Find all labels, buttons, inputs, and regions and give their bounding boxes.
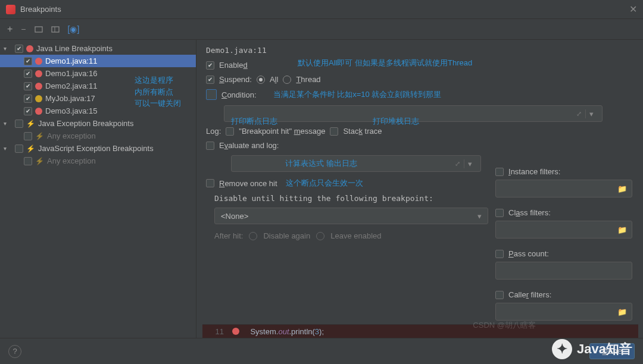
checkbox[interactable]	[24, 95, 32, 103]
checkbox[interactable]	[24, 57, 32, 65]
toolbar: + − [◉]	[0, 19, 643, 40]
chevron-down-icon[interactable]: ▾	[4, 120, 12, 127]
class-filters-label: Class filters:	[508, 208, 551, 217]
eval-input[interactable]: 计算表达式 输出日志 ⤢ ▾	[231, 155, 481, 172]
tree-label: Demo1.java:11	[45, 57, 97, 65]
pass-count-checkbox[interactable]	[495, 250, 504, 258]
caller-filters-checkbox[interactable]	[495, 291, 504, 299]
checkbox[interactable]	[24, 107, 32, 115]
breakpoint-icon	[35, 83, 42, 90]
instance-filters-input[interactable]: 📁	[495, 180, 632, 197]
remove-breakpoint-icon[interactable]: −	[21, 24, 26, 34]
instance-filters-checkbox[interactable]	[495, 168, 504, 176]
annotation-condition: 当满足某个条件时 比如x=10 就会立刻跳转到那里	[273, 89, 442, 100]
expand-icon[interactable]: ⤢	[576, 110, 582, 118]
add-breakpoint-icon[interactable]: +	[7, 24, 13, 34]
tree-label: JavaScript Exception Breakpoints	[38, 144, 154, 153]
suspend-label: Suspend:	[219, 75, 252, 84]
folder-icon[interactable]: 📁	[613, 307, 632, 316]
group-by-icon[interactable]	[35, 25, 43, 33]
chevron-down-icon[interactable]: ▾	[4, 145, 12, 152]
suspend-checkbox[interactable]	[206, 76, 214, 84]
lightning-icon: ⚡	[35, 132, 44, 140]
chevron-down-icon[interactable]: ▾	[4, 45, 12, 52]
done-button[interactable]: Done	[589, 343, 635, 359]
dropdown-icon[interactable]: ▾	[585, 109, 597, 118]
filters-panel: Instance filters: 📁 Class filters: 📁 Pas…	[495, 167, 632, 331]
remove-once-checkbox[interactable]	[206, 179, 214, 187]
radio-all[interactable]	[257, 76, 265, 84]
caller-filters-input[interactable]: 📁	[495, 303, 632, 321]
disable-until-select[interactable]: <None> ▾	[214, 208, 488, 224]
tree-group-line[interactable]: ▾ Java Line Breakpoints	[0, 42, 196, 55]
annotation-eval: 计算表达式 输出日志	[285, 158, 357, 169]
enabled-checkbox[interactable]	[206, 61, 214, 70]
remove-once-label: Remove once hit	[219, 179, 277, 188]
tree-label: MyJob.java:17	[45, 94, 95, 103]
dropdown-icon[interactable]: ▾	[464, 159, 476, 168]
annotation-enabled: 默认使用All即可 但如果是多线程调试就使用Thread	[298, 58, 472, 68]
tree-label: Java Line Breakpoints	[36, 44, 113, 53]
group-by-file-icon[interactable]	[51, 25, 60, 33]
dropdown-icon[interactable]: ▾	[477, 212, 482, 221]
after-hit-label: After hit:	[214, 231, 243, 240]
class-filters-checkbox[interactable]	[495, 209, 504, 217]
checkbox[interactable]	[15, 145, 23, 153]
code-text: System.out.println(3);	[242, 327, 324, 336]
lightning-icon: ⚡	[35, 157, 44, 165]
checkbox[interactable]	[15, 45, 23, 53]
log-bphit-label: "Breakpoint hit" message	[239, 127, 325, 136]
checkbox[interactable]	[24, 157, 32, 165]
help-icon[interactable]: ?	[8, 345, 21, 358]
instance-filters-label: Instance filters:	[508, 167, 560, 176]
breakpoint-icon	[35, 70, 42, 77]
breakpoint-props: Demo1.java:11 Enabled 默认使用All即可 但如果是多线程调…	[196, 40, 643, 362]
view-options-icon[interactable]: [◉]	[68, 24, 80, 34]
tree-item[interactable]: Demo1.java:11	[0, 55, 196, 67]
class-filters-input[interactable]: 📁	[495, 221, 632, 239]
pass-count-label: Pass count:	[508, 249, 549, 258]
annotation-tree: 这边是程序 内所有断点 可以一键关闭	[135, 74, 181, 109]
main: ▾ Java Line Breakpoints Demo1.java:11 De…	[0, 40, 643, 362]
tree-group-js-ex[interactable]: ▾ ⚡ JavaScript Exception Breakpoints	[0, 142, 196, 155]
radio-disable-again[interactable]	[249, 232, 257, 240]
log-bphit-checkbox[interactable]	[226, 127, 234, 136]
tree-label: Demo1.java:16	[45, 69, 97, 78]
lightning-icon: ⚡	[26, 120, 35, 128]
breakpoint-icon	[35, 108, 42, 115]
checkbox[interactable]	[24, 70, 32, 78]
checkbox[interactable]	[15, 120, 23, 128]
condition-checkbox[interactable]	[206, 89, 217, 100]
radio-all-label: All	[270, 75, 278, 84]
checkbox[interactable]	[24, 132, 32, 140]
radio-thread[interactable]	[283, 76, 291, 84]
annotation-log-bp: 打印断点日志	[231, 116, 277, 127]
radio-leave-enabled[interactable]	[316, 232, 324, 240]
app-icon	[6, 5, 15, 14]
footer: ? Done	[0, 338, 643, 364]
radio-thread-label: Thread	[296, 75, 320, 84]
tree-label: Java Exception Breakpoints	[38, 119, 133, 128]
close-icon[interactable]: ✕	[629, 4, 637, 15]
folder-icon[interactable]: 📁	[613, 184, 632, 193]
expand-icon[interactable]: ⤢	[455, 160, 460, 168]
pass-count-input[interactable]	[495, 262, 632, 280]
log-stack-label: Stack trace	[343, 127, 382, 136]
eval-checkbox[interactable]	[206, 142, 214, 150]
tree-label: Demo3.java:15	[45, 106, 97, 115]
checkbox[interactable]	[24, 82, 32, 90]
gutter-number: 11	[202, 327, 230, 336]
log-stack-checkbox[interactable]	[330, 127, 338, 136]
tree-group-java-ex[interactable]: ▾ ⚡ Java Exception Breakpoints	[0, 117, 196, 130]
annotation-log-stack: 打印堆栈日志	[373, 116, 419, 127]
tree-item[interactable]: ⚡ Any exception	[0, 130, 196, 142]
window-title: Breakpoints	[20, 5, 629, 14]
tree-item[interactable]: ⚡ Any exception	[0, 155, 196, 167]
breakpoint-icon	[26, 45, 33, 52]
code-line: 11 System.out.println(3);	[202, 325, 638, 338]
gutter-breakpoint[interactable]	[230, 328, 242, 335]
breakpoint-icon	[35, 58, 42, 65]
eval-label: Evaluate and log:	[219, 141, 279, 150]
radio-disable-again-label: Disable again	[263, 231, 310, 240]
folder-icon[interactable]: 📁	[613, 225, 632, 234]
